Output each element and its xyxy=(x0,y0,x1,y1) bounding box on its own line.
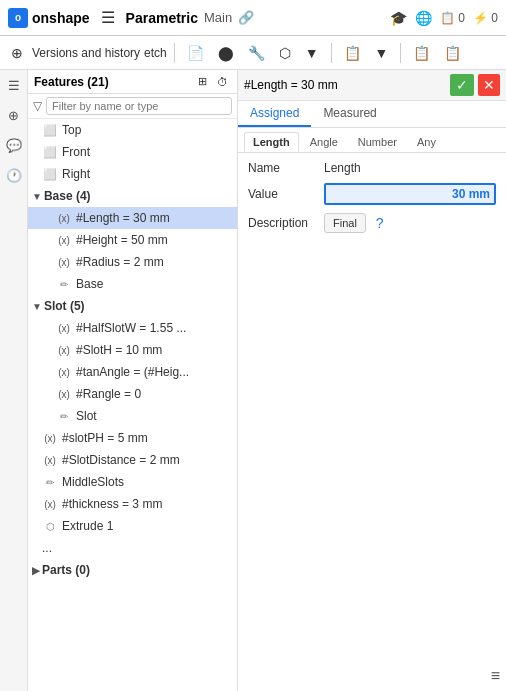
globe-icon[interactable]: 🌐 xyxy=(415,10,432,26)
arrow-base: ▼ xyxy=(32,191,42,202)
name-label: Name xyxy=(248,161,318,175)
hex-icon[interactable]: ⬡ xyxy=(274,42,296,64)
feature-item-front-label: Front xyxy=(62,145,90,159)
feature-item-more-label: ... xyxy=(42,541,52,555)
menu-button[interactable]: ☰ xyxy=(96,5,120,30)
feature-item-slotdistance[interactable]: (x) #SlotDistance = 2 mm xyxy=(28,449,237,471)
assembly-icon[interactable]: 📋 xyxy=(408,42,435,64)
var-icon-slotdistance: (x) xyxy=(42,455,58,466)
type-tab-length[interactable]: Length xyxy=(244,132,299,152)
var-fields: Name Length Value Description Final ? xyxy=(238,153,506,241)
feature-item-height[interactable]: (x) #Height = 50 mm xyxy=(28,229,237,251)
versions-label: Versions and history xyxy=(32,46,140,60)
name-value: Length xyxy=(324,161,496,175)
help-icon[interactable]: ? xyxy=(376,215,384,231)
workspace-label: Main xyxy=(204,10,232,25)
cancel-button[interactable]: ✕ xyxy=(478,74,500,96)
name-row: Name Length xyxy=(248,161,496,175)
feature-item-right[interactable]: ⬜ Right xyxy=(28,163,237,185)
onshape-icon: o xyxy=(8,8,28,28)
nav-icon[interactable]: ⊕ xyxy=(6,42,28,64)
value-input[interactable] xyxy=(324,183,496,205)
feature-item-slotph[interactable]: (x) #slotPH = 5 mm xyxy=(28,427,237,449)
var-icon-height: (x) xyxy=(56,235,72,246)
sketch-icon[interactable]: 📄 xyxy=(182,42,209,64)
history-icon[interactable]: 🕐 xyxy=(3,164,25,186)
feature-item-halfslotw[interactable]: (x) #HalfSlotW = 1.55 ... xyxy=(28,317,237,339)
feature-item-front[interactable]: ⬜ Front xyxy=(28,141,237,163)
feature-settings-icon[interactable]: ⊞ xyxy=(195,74,210,89)
feature-title: Features (21) xyxy=(34,75,191,89)
feature-item-radius[interactable]: (x) #Radius = 2 mm xyxy=(28,251,237,273)
comment-icon[interactable]: 💬 xyxy=(3,134,25,156)
learn-icon[interactable]: 🎓 xyxy=(390,10,407,26)
feature-item-slotdistance-label: #SlotDistance = 2 mm xyxy=(62,453,180,467)
bolt-icon[interactable]: ⚡ 0 xyxy=(473,11,498,25)
filter-row: ▽ xyxy=(28,94,237,119)
etch-label: etch xyxy=(144,46,167,60)
type-tab-angle[interactable]: Angle xyxy=(301,132,347,152)
tab-measured[interactable]: Measured xyxy=(311,101,388,127)
feature-item-base-label: Base xyxy=(76,277,103,291)
var-icon-rangle: (x) xyxy=(56,389,72,400)
type-tab-any[interactable]: Any xyxy=(408,132,445,152)
arrow-slot: ▼ xyxy=(32,301,42,312)
feature-item-tanangle[interactable]: (x) #tanAngle = (#Heig... xyxy=(28,361,237,383)
type-tab-number[interactable]: Number xyxy=(349,132,406,152)
tab-assigned[interactable]: Assigned xyxy=(238,101,311,127)
var-icon-sloth: (x) xyxy=(56,345,72,356)
var-bottom: ≡ xyxy=(238,661,506,691)
feature-item-right-label: Right xyxy=(62,167,90,181)
group-slot[interactable]: ▼ Slot (5) xyxy=(28,295,237,317)
link-icon[interactable]: 🔗 xyxy=(238,10,254,25)
features-icon[interactable]: ☰ xyxy=(3,74,25,96)
feature-clock-icon[interactable]: ⏱ xyxy=(214,74,231,89)
feature-item-rangle[interactable]: (x) #Rangle = 0 xyxy=(28,383,237,405)
var-icon-thickness: (x) xyxy=(42,499,58,510)
parts-icon[interactable]: 📋 xyxy=(339,42,366,64)
feature-item-middleslots-label: MiddleSlots xyxy=(62,475,124,489)
divider-1 xyxy=(174,43,175,63)
value-row: Value xyxy=(248,183,496,205)
var-tabs: Assigned Measured xyxy=(238,101,506,128)
final-button[interactable]: Final xyxy=(324,213,366,233)
feature-item-middleslots[interactable]: ✏ MiddleSlots xyxy=(28,471,237,493)
drawing-icon[interactable]: 📋 xyxy=(439,42,466,64)
filter-input[interactable] xyxy=(46,97,232,115)
plane-icon-front: ⬜ xyxy=(42,146,58,159)
feature-item-top[interactable]: ⬜ Top xyxy=(28,119,237,141)
feature-header-icons: ⊞ ⏱ xyxy=(195,74,231,89)
group-base[interactable]: ▼ Base (4) xyxy=(28,185,237,207)
feature-item-thickness[interactable]: (x) #thickness = 3 mm xyxy=(28,493,237,515)
circle-icon[interactable]: ⬤ xyxy=(213,42,239,64)
group-base-label: Base (4) xyxy=(44,189,91,203)
feature-item-height-label: #Height = 50 mm xyxy=(76,233,168,247)
description-row: Description Final ? xyxy=(248,213,496,233)
table-icon[interactable]: ≡ xyxy=(491,667,500,685)
feature-item-extrude1[interactable]: ⬡ Extrude 1 xyxy=(28,515,237,537)
divider-2 xyxy=(331,43,332,63)
wrench-icon[interactable]: 🔧 xyxy=(243,42,270,64)
feature-item-sloth[interactable]: (x) #SlotH = 10 mm xyxy=(28,339,237,361)
add-icon[interactable]: ⊕ xyxy=(3,104,25,126)
confirm-button[interactable]: ✓ xyxy=(450,74,474,96)
feature-item-length[interactable]: (x) #Length = 30 mm xyxy=(28,207,237,229)
feature-header: Features (21) ⊞ ⏱ xyxy=(28,70,237,94)
app-logo[interactable]: o onshape xyxy=(8,8,90,28)
feature-item-tanangle-label: #tanAngle = (#Heig... xyxy=(76,365,189,379)
feature-item-slot-sketch[interactable]: ✏ Slot xyxy=(28,405,237,427)
dropdown-1[interactable]: ▼ xyxy=(300,42,324,64)
arrow-parts: ▶ xyxy=(32,565,40,576)
feature-item-thickness-label: #thickness = 3 mm xyxy=(62,497,162,511)
feature-item-base[interactable]: ✏ Base xyxy=(28,273,237,295)
var-header-title: #Length = 30 mm xyxy=(244,78,446,92)
sketch-icon-slot: ✏ xyxy=(56,411,72,422)
feature-item-more[interactable]: ... xyxy=(28,537,237,559)
topbar: o onshape ☰ Parametric Main 🔗 🎓 🌐 📋 0 ⚡ … xyxy=(0,0,506,36)
group-parts[interactable]: ▶ Parts (0) xyxy=(28,559,237,581)
dropdown-2[interactable]: ▼ xyxy=(370,42,394,64)
feature-item-length-label: #Length = 30 mm xyxy=(76,211,170,225)
notifications-icon[interactable]: 📋 0 xyxy=(440,11,465,25)
feature-item-slotph-label: #slotPH = 5 mm xyxy=(62,431,148,445)
feature-item-rangle-label: #Rangle = 0 xyxy=(76,387,141,401)
